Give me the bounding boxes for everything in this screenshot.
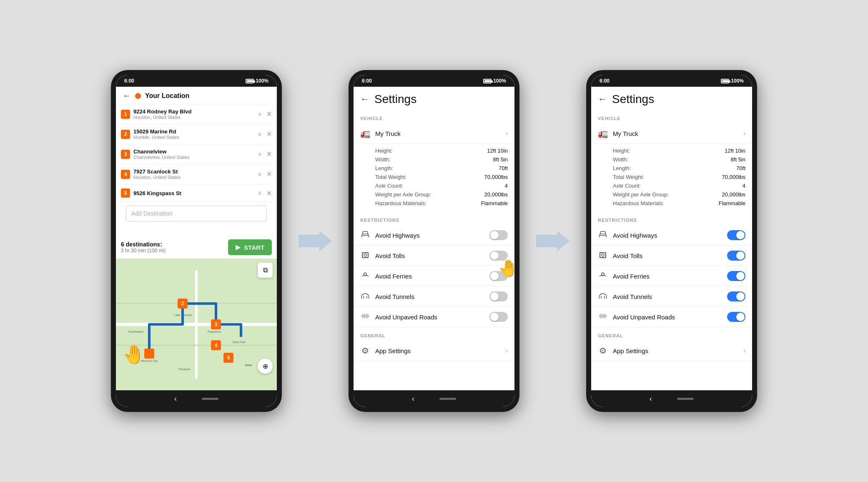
- route-destinations: 6 destinations:: [121, 241, 166, 248]
- app-settings-item-3[interactable]: ⚙ App Settings ›: [591, 341, 752, 361]
- home-indicator-3[interactable]: [677, 398, 694, 400]
- truck-icon-2: 🚛: [360, 128, 370, 138]
- avoid-tolls-toggle-3[interactable]: [727, 251, 745, 261]
- route-info: 6 destinations: 3 hr 30 min (100 mi): [121, 241, 166, 254]
- dest-item-5[interactable]: 5 9526 Kingspass St ≡ ✕: [121, 184, 272, 202]
- height-val-2: 12ft 10in: [487, 148, 508, 154]
- svg-text:Deer Park: Deer Park: [233, 341, 246, 344]
- battery-pct-3: 100%: [731, 78, 744, 84]
- drag-icon-5: ≡: [258, 190, 261, 196]
- avoid-unpaved-toggle-2[interactable]: [489, 312, 508, 322]
- app-settings-item-2[interactable]: ⚙ App Settings ›: [354, 341, 514, 361]
- vehicle-section-label-3: VEHICLE: [591, 110, 752, 123]
- close-icon-3[interactable]: ✕: [266, 150, 272, 158]
- vehicle-name-2: My Truck: [375, 130, 501, 137]
- avoid-tunnels-toggle-3[interactable]: [727, 291, 745, 301]
- highways-icon-2: [360, 231, 370, 240]
- dest-num-5: 5: [121, 188, 130, 198]
- avoid-tunnels-item-3: Avoid Tunnels: [591, 286, 752, 307]
- dest-item-4[interactable]: 4 7927 Scanlock St Houston, United State…: [121, 164, 272, 184]
- nav-back-icon-3[interactable]: ‹: [650, 394, 652, 403]
- height-label-2: Height:: [375, 148, 392, 154]
- gear-icon-2: ⚙: [360, 346, 370, 356]
- add-destination-input[interactable]: Add Destination: [126, 206, 267, 221]
- avoid-ferries-item-3: Avoid Ferries: [591, 266, 752, 286]
- back-button-1[interactable]: ←: [123, 91, 131, 100]
- avoid-tolls-label-2: Avoid Tolls: [375, 252, 484, 259]
- settings-screen-2: ← Settings VEHICLE 🚛 My Truck › Height:1…: [354, 87, 514, 390]
- avoid-highways-label-2: Avoid Highways: [375, 232, 484, 239]
- battery-icon-1: [246, 79, 254, 83]
- settings-title-3: Settings: [612, 93, 654, 106]
- width-label-2: Width:: [375, 156, 391, 163]
- settings-back-2[interactable]: ←: [360, 94, 369, 105]
- dest-item-2[interactable]: 2 15029 Marine Rd Humble, United States …: [121, 124, 272, 144]
- settings-title-2: Settings: [374, 93, 416, 106]
- tunnels-icon-3: [598, 292, 608, 301]
- avoid-highways-label-3: Avoid Highways: [613, 232, 722, 239]
- svg-point-15: [146, 350, 153, 357]
- avoid-ferries-item-2: Avoid Ferries: [354, 266, 514, 286]
- haz-label-2: Hazardous Materials:: [375, 200, 426, 206]
- battery-pct-1: 100%: [256, 78, 268, 84]
- dest-item-3[interactable]: 3 Channelview Channelview, United States…: [121, 144, 272, 164]
- app-settings-label-3: App Settings: [613, 347, 738, 354]
- phone-3: 6:00 100% ← Settings VEHICLE 🚛: [586, 70, 757, 412]
- avoid-ferries-toggle-2[interactable]: [489, 271, 508, 281]
- map-area[interactable]: 6 2 3 4 5 Northwest Lake Houston Missour…: [116, 259, 277, 390]
- avoid-ferries-toggle-3[interactable]: [727, 271, 745, 281]
- dest-num-4: 4: [121, 170, 130, 179]
- avoid-highways-toggle-3[interactable]: [727, 230, 745, 240]
- destination-list: 1 9224 Rodney Ray Blvd Houston, United S…: [116, 104, 277, 236]
- start-label: START: [244, 244, 264, 251]
- your-location-label: Your Location: [145, 92, 189, 100]
- settings-header-2: ← Settings: [354, 87, 514, 110]
- dest-num-1: 1: [121, 110, 130, 119]
- length-val-3: 70ft: [736, 165, 745, 171]
- vehicle-item-2[interactable]: 🚛 My Truck ›: [354, 123, 514, 144]
- ferries-icon-3: [598, 271, 608, 281]
- arrow-svg-1: [299, 228, 332, 254]
- avoid-tolls-toggle-2[interactable]: [489, 251, 508, 261]
- tw-val-2: 70,000lbs: [484, 174, 508, 180]
- my-location-button[interactable]: ⊕: [258, 359, 273, 374]
- close-icon-2[interactable]: ✕: [266, 130, 272, 138]
- restrictions-label-3: RESTRICTIONS: [591, 212, 752, 225]
- avoid-unpaved-toggle-3[interactable]: [727, 312, 745, 322]
- svg-text:3: 3: [215, 321, 218, 327]
- nav-back-icon-2[interactable]: ‹: [412, 394, 414, 403]
- close-icon-4[interactable]: ✕: [266, 170, 272, 178]
- home-indicator-2[interactable]: [439, 398, 456, 400]
- avoid-unpaved-item-2: Avoid Unpaved Roads: [354, 307, 514, 327]
- dest-item-1[interactable]: 1 9224 Rodney Ray Blvd Houston, United S…: [121, 104, 272, 124]
- wpa-label-2: Weight per Axle Group:: [375, 191, 431, 198]
- map-layer-button[interactable]: ⧉: [258, 263, 273, 278]
- close-icon-1[interactable]: ✕: [266, 110, 272, 118]
- svg-marker-23: [299, 231, 332, 251]
- avoid-tunnels-label-2: Avoid Tunnels: [375, 293, 484, 300]
- width-val-2: 8ft 5in: [493, 156, 508, 163]
- tunnels-icon-2: [360, 292, 370, 301]
- wpa-label-3: Weight per Axle Group:: [613, 191, 669, 198]
- home-indicator[interactable]: [202, 398, 218, 400]
- nav-back-icon[interactable]: ‹: [174, 394, 177, 403]
- status-bar-2: 6:00 100%: [354, 75, 514, 87]
- phone-3-screen: 6:00 100% ← Settings VEHICLE 🚛: [591, 75, 752, 407]
- avoid-tunnels-toggle-2[interactable]: [489, 291, 508, 301]
- settings-back-3[interactable]: ←: [598, 94, 607, 105]
- phone-1-screen: 6:00 100% ← Your Location: [116, 75, 277, 407]
- drag-icon-1: ≡: [258, 111, 261, 118]
- dest-name-4: 7927 Scanlock St: [133, 168, 255, 175]
- tw-label-2: Total Weight:: [375, 174, 406, 180]
- vehicle-item-3[interactable]: 🚛 My Truck ›: [591, 123, 752, 144]
- svg-text:Pasadena: Pasadena: [208, 330, 221, 333]
- svg-point-28: [364, 254, 366, 256]
- close-icon-5[interactable]: ✕: [266, 189, 272, 197]
- battery-1: 100%: [246, 78, 268, 84]
- svg-text:5: 5: [227, 355, 230, 361]
- haz-val-2: Flammable: [481, 200, 508, 206]
- dest-text-4: 7927 Scanlock St Houston, United States: [133, 168, 255, 180]
- avoid-highways-toggle-2[interactable]: [489, 230, 508, 240]
- start-button[interactable]: ▶ START: [228, 239, 272, 255]
- dest-num-2: 2: [121, 130, 130, 139]
